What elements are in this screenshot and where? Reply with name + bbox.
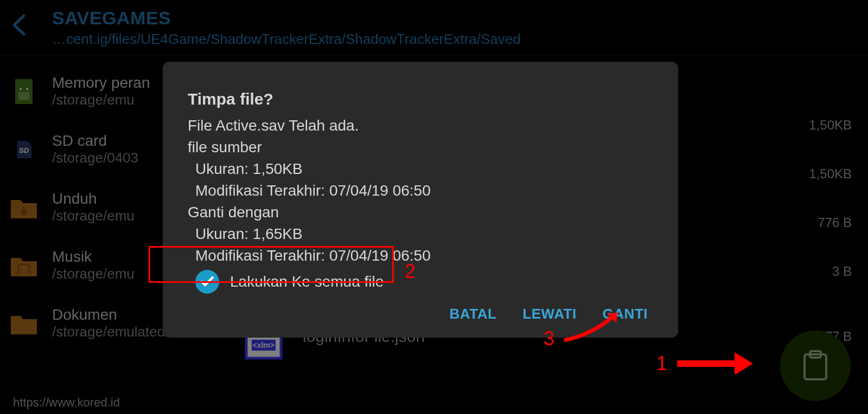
source-label: file sumber bbox=[188, 137, 653, 158]
source-modified: Modifikasi Terakhir: 07/04/19 06:50 bbox=[188, 180, 653, 202]
replace-label: Ganti dengan bbox=[188, 202, 653, 223]
cancel-button[interactable]: BATAL bbox=[450, 306, 497, 322]
replace-modified: Modifikasi Terakhir: 07/04/19 06:50 bbox=[188, 245, 653, 267]
replace-size: Ukuran: 1,65KB bbox=[188, 223, 653, 245]
check-icon bbox=[195, 270, 219, 294]
dialog-message: File Active.sav Telah ada. bbox=[188, 115, 653, 137]
skip-button[interactable]: LEWATI bbox=[522, 306, 576, 322]
dialog-title: Timpa file? bbox=[188, 90, 653, 108]
overwrite-dialog: Timpa file? File Active.sav Telah ada. f… bbox=[163, 62, 678, 338]
apply-all-checkbox[interactable]: Lakukan Ke semua file bbox=[188, 270, 653, 294]
replace-button[interactable]: GANTI bbox=[603, 306, 648, 322]
checkbox-label: Lakukan Ke semua file bbox=[230, 271, 384, 293]
source-size: Ukuran: 1,50KB bbox=[188, 158, 653, 180]
